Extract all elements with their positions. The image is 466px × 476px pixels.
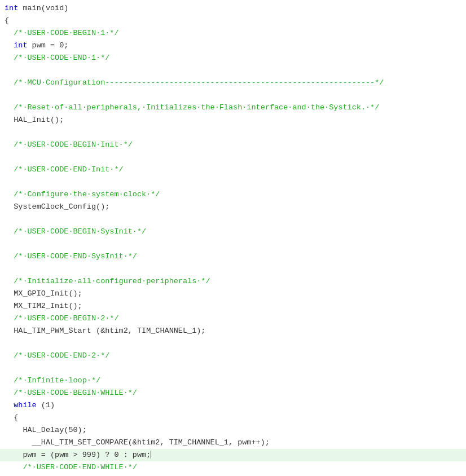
code-line <box>0 337 466 350</box>
code-line: { <box>0 15 466 27</box>
code-line: int main(void) <box>0 2 466 15</box>
code-line: /*·Initialize·all·configured·peripherals… <box>0 275 466 288</box>
code-line: /*·MCU·Configuration--------------------… <box>0 77 466 89</box>
code-line <box>0 263 466 275</box>
code-line: MX_GPIO_Init(); <box>0 288 466 300</box>
code-line: /*·USER·CODE·BEGIN·1·*/ <box>0 27 466 39</box>
code-line <box>0 126 466 139</box>
code-line <box>0 362 466 374</box>
code-line: /*·USER·CODE·END·SysInit·*/ <box>0 250 466 263</box>
text-cursor <box>151 451 151 459</box>
code-line: /*·Infinite·loop·*/ <box>0 374 466 387</box>
code-line: /*·USER·CODE·BEGIN·WHILE·*/ <box>0 387 466 399</box>
code-line <box>0 89 466 102</box>
code-line: int pwm = 0; <box>0 39 466 52</box>
code-line: HAL_TIM_PWM_Start (&htim2, TIM_CHANNEL_1… <box>0 325 466 337</box>
code-line: /*·USER·CODE·END·Init·*/ <box>0 164 466 176</box>
code-line: HAL_Init(); <box>0 114 466 126</box>
code-line: { <box>0 412 466 424</box>
code-line: /*·Configure·the·system·clock·*/ <box>0 188 466 201</box>
code-line <box>0 213 466 226</box>
code-line: HAL_Delay(50); <box>0 424 466 437</box>
code-line: SystemClock_Config(); <box>0 201 466 213</box>
code-line: /*·Reset·of·all·peripherals,·Initializes… <box>0 102 466 114</box>
code-line <box>0 474 466 476</box>
code-line <box>0 238 466 250</box>
code-line <box>0 176 466 188</box>
code-line: __HAL_TIM_SET_COMPARE(&htim2, TIM_CHANNE… <box>0 437 466 449</box>
code-line <box>0 151 466 164</box>
code-line: MX_TIM2_Init(); <box>0 300 466 312</box>
code-line: /*·USER·CODE·BEGIN·Init·*/ <box>0 139 466 151</box>
code-line: /*·USER·CODE·END·1·*/ <box>0 52 466 64</box>
code-line: /*·USER·CODE·BEGIN·2·*/ <box>0 312 466 325</box>
code-line-highlighted[interactable]: pwm = (pwm > 999) ? 0 : pwm; <box>0 449 466 461</box>
code-line: while (1) <box>0 399 466 412</box>
code-line: /*·USER·CODE·BEGIN·SysInit·*/ <box>0 226 466 238</box>
code-line: /*·USER·CODE·END·2·*/ <box>0 350 466 362</box>
code-line <box>0 64 466 77</box>
code-line: /*·USER·CODE·END·WHILE·*/ <box>0 461 466 474</box>
code-container: int main(void) { /*·USER·CODE·BEGIN·1·*/… <box>0 0 466 476</box>
